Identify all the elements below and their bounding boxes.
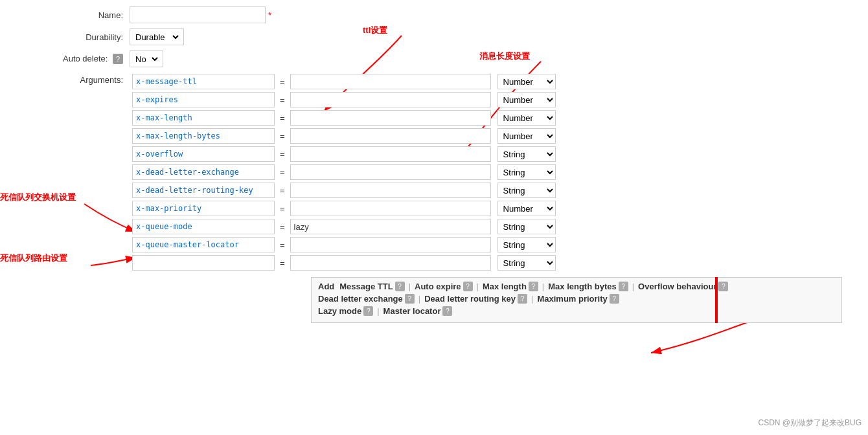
table-row: =NumberStringBoolean	[130, 72, 558, 91]
arg-key-input[interactable]	[132, 146, 275, 162]
arg-type-select[interactable]: NumberStringBoolean	[497, 237, 556, 252]
arg-value-input[interactable]	[290, 219, 491, 234]
arg-key-input[interactable]	[132, 219, 275, 234]
dead-letter-exchange-qmark[interactable]: ?	[405, 294, 415, 304]
auto-delete-label: Auto delete: ?	[52, 54, 130, 64]
arg-value-input[interactable]	[290, 201, 491, 216]
overflow-qmark[interactable]: ?	[718, 282, 728, 291]
arg-eq: =	[277, 145, 288, 163]
add-auto-expire[interactable]: Auto expire	[415, 282, 461, 291]
arg-type-select[interactable]: NumberStringBoolean	[497, 128, 556, 144]
arguments-label: Arguments:	[52, 72, 130, 85]
arg-eq: =	[277, 181, 288, 199]
name-input[interactable]	[130, 6, 266, 23]
maximum-priority-qmark[interactable]: ?	[610, 294, 619, 304]
table-row: =NumberStringBoolean	[130, 218, 558, 236]
arg-value-input[interactable]	[290, 164, 491, 180]
arg-value-input[interactable]	[290, 146, 491, 162]
table-row: =NumberStringBoolean	[130, 109, 558, 127]
arg-eq: =	[277, 72, 288, 91]
name-label: Name:	[52, 10, 130, 20]
add-bar: Add Message TTL ? | Auto expire ? | Max …	[311, 277, 842, 323]
arg-key-input[interactable]	[132, 74, 275, 89]
arg-type-select[interactable]: NumberStringBoolean	[497, 110, 556, 126]
durability-row: Durability: Durable Transient	[52, 28, 868, 45]
add-dead-letter-exchange[interactable]: Dead letter exchange	[318, 294, 403, 304]
arg-eq: =	[277, 163, 288, 181]
dead-letter-routing-qmark[interactable]: ?	[518, 294, 527, 304]
arg-eq: =	[277, 199, 288, 218]
add-bar-line-2: Dead letter exchange ? | Dead letter rou…	[318, 294, 835, 304]
durability-select[interactable]: Durable Transient	[133, 32, 181, 43]
arg-key-input[interactable]	[132, 255, 275, 271]
arg-type-select[interactable]: NumberStringBoolean	[497, 219, 556, 234]
arg-eq: =	[277, 109, 288, 127]
add-master-locator[interactable]: Master locator	[383, 306, 441, 316]
arg-key-input[interactable]	[132, 164, 275, 180]
message-ttl-qmark[interactable]: ?	[395, 282, 405, 291]
arg-eq: =	[277, 254, 288, 272]
arg-key-input[interactable]	[132, 128, 275, 144]
arg-type-select[interactable]: NumberStringBoolean	[497, 183, 556, 198]
arg-key-input[interactable]	[132, 237, 275, 252]
arg-value-input[interactable]	[290, 92, 491, 107]
auto-delete-row: Auto delete: ? No Yes	[52, 50, 868, 67]
arg-type-select[interactable]: NumberStringBoolean	[497, 92, 556, 107]
arg-key-input[interactable]	[132, 92, 275, 107]
arg-value-input[interactable]	[290, 74, 491, 89]
durability-label: Durability:	[52, 32, 130, 42]
add-dead-letter-routing-key[interactable]: Dead letter routing key	[424, 294, 516, 304]
red-border	[715, 277, 718, 323]
auto-delete-select-wrapper: No Yes	[130, 50, 163, 67]
page-container: ttl设置 消息长度设置 死信队列交换机设置 死信队列路由设置 队列参数 Nam…	[0, 0, 868, 435]
auto-delete-select[interactable]: No Yes	[133, 54, 160, 65]
add-bar-line-3: Lazy mode ? | Master locator ?	[318, 306, 835, 316]
add-bar-line-1: Add Message TTL ? | Auto expire ? | Max …	[318, 282, 835, 291]
table-row: =NumberStringBoolean	[130, 236, 558, 254]
arg-type-select[interactable]: NumberStringBoolean	[497, 201, 556, 216]
arg-key-input[interactable]	[132, 183, 275, 198]
arg-value-input[interactable]	[290, 110, 491, 126]
table-row: =NumberStringBoolean	[130, 163, 558, 181]
form-area: Name: * Durability: Durable Transient Au…	[52, 6, 868, 323]
table-row: =NumberStringBoolean	[130, 199, 558, 218]
arg-value-input[interactable]	[290, 183, 491, 198]
required-star: *	[268, 10, 271, 20]
add-label: Add	[318, 282, 334, 291]
arguments-table: =NumberStringBoolean=NumberStringBoolean…	[130, 72, 558, 272]
arg-key-input[interactable]	[132, 110, 275, 126]
arg-eq: =	[277, 218, 288, 236]
max-length-qmark[interactable]: ?	[529, 282, 538, 291]
arg-key-input[interactable]	[132, 201, 275, 216]
arg-value-input[interactable]	[290, 237, 491, 252]
auto-expire-qmark[interactable]: ?	[463, 282, 473, 291]
arg-type-select[interactable]: NumberStringBoolean	[497, 146, 556, 162]
arg-eq: =	[277, 236, 288, 254]
arg-type-select[interactable]: NumberStringBoolean	[497, 74, 556, 89]
add-bar-outer: Add Message TTL ? | Auto expire ? | Max …	[181, 277, 713, 323]
auto-delete-qmark[interactable]: ?	[113, 54, 123, 64]
add-lazy-mode[interactable]: Lazy mode	[318, 306, 361, 316]
add-max-length[interactable]: Max length	[483, 282, 527, 291]
arg-value-input[interactable]	[290, 255, 491, 271]
table-row: =NumberStringBoolean	[130, 127, 558, 145]
arguments-section: Arguments: =NumberStringBoolean=NumberSt…	[52, 72, 868, 272]
arg-eq: =	[277, 127, 288, 145]
add-max-length-bytes[interactable]: Max length bytes	[548, 282, 616, 291]
arg-type-select[interactable]: NumberStringBoolean	[497, 255, 556, 271]
lazy-mode-qmark[interactable]: ?	[363, 306, 373, 316]
arg-type-select[interactable]: NumberStringBoolean	[497, 164, 556, 180]
add-message-ttl[interactable]: Message TTL	[339, 282, 393, 291]
name-row: Name: *	[52, 6, 868, 23]
table-row: =NumberStringBoolean	[130, 254, 558, 272]
table-row: =NumberStringBoolean	[130, 91, 558, 109]
max-length-bytes-qmark[interactable]: ?	[619, 282, 628, 291]
arg-eq: =	[277, 91, 288, 109]
add-maximum-priority[interactable]: Maximum priority	[537, 294, 607, 304]
table-row: =NumberStringBoolean	[130, 181, 558, 199]
watermark: CSDN @别做梦了起来改BUG	[758, 418, 862, 429]
add-overflow-behaviour[interactable]: Overflow behaviour	[638, 282, 716, 291]
arg-value-input[interactable]	[290, 128, 491, 144]
durability-select-wrapper: Durable Transient	[130, 28, 184, 45]
master-locator-qmark[interactable]: ?	[442, 306, 452, 316]
